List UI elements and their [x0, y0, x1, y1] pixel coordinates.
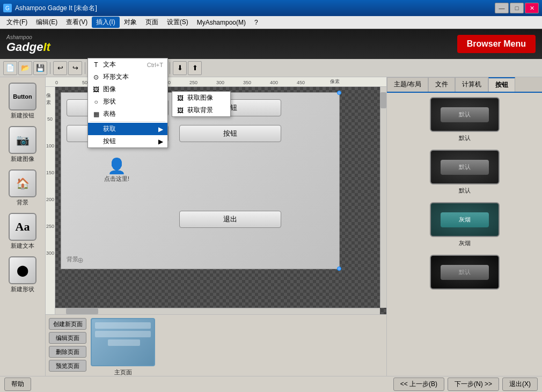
- sidebar-item-button[interactable]: Button 新建按钮: [2, 80, 43, 122]
- page-buttons: 创建新页面 编辑页面 删除页面 预览页面: [49, 318, 86, 372]
- left-sidebar: Button 新建按钮 📷 新建图像 🏠 背景 Aa 新建文本 ⬤ 新建形状: [0, 77, 46, 376]
- create-page-button[interactable]: 创建新页面: [49, 318, 86, 330]
- exit-button[interactable]: 退出(X): [502, 378, 538, 391]
- minimize-button[interactable]: —: [495, 3, 509, 13]
- toolbar-redo[interactable]: ↪: [68, 61, 82, 75]
- ruler-mark-400: 400: [270, 80, 278, 85]
- scrollbar-bottom[interactable]: [55, 308, 380, 314]
- ruler-mark-250: 250: [189, 80, 197, 85]
- sidebar-label-image: 新建图像: [11, 155, 34, 163]
- menu-file[interactable]: 文件(F): [2, 17, 32, 28]
- table-menu-icon: ▦: [92, 110, 100, 118]
- click-here-area[interactable]: 👤 点击这里!: [104, 157, 129, 183]
- separator-1: [50, 62, 50, 74]
- menu-page[interactable]: 页面: [141, 17, 163, 28]
- toolbar-undo[interactable]: ↩: [53, 61, 67, 75]
- resize-handle-br[interactable]: [337, 267, 341, 271]
- menu-insert-shape[interactable]: ○ 形状: [88, 95, 167, 108]
- tab-file[interactable]: 文件: [428, 77, 455, 92]
- menu-help-q[interactable]: ?: [250, 18, 262, 27]
- scrollbar-right[interactable]: [380, 87, 386, 308]
- menu-insert-button[interactable]: 按钮 ▶: [88, 135, 167, 147]
- brand-bar: Ashampoo GadgeIt Browser Menu: [0, 29, 542, 59]
- browser-menu-button[interactable]: Browser Menu: [457, 35, 536, 53]
- sidebar-item-background[interactable]: 🏠 背景: [2, 167, 43, 209]
- sidebar-item-image[interactable]: 📷 新建图像: [2, 124, 43, 165]
- canvas-btn-exit-label: 退出: [223, 215, 237, 224]
- theme-preview-4[interactable]: 默认: [430, 255, 500, 290]
- menu-myashampoo[interactable]: MyAshampoo(M): [193, 18, 250, 27]
- menu-edit[interactable]: 编辑(E): [32, 17, 62, 28]
- right-tabs: 主题/布局 文件 计算机 按钮: [387, 77, 542, 93]
- toolbar-open[interactable]: 📂: [18, 61, 32, 75]
- canvas-btn-4-label: 按钮: [223, 129, 237, 138]
- help-button[interactable]: 帮助: [4, 378, 31, 391]
- ruler-mark-450: 450: [297, 80, 305, 85]
- ruler-v-250: 250: [46, 224, 54, 229]
- page-thumbnail-label: 主页面: [114, 368, 132, 376]
- text-icon: Aa: [9, 213, 36, 241]
- submenu-fetch-image-label: 获取图像: [187, 93, 213, 102]
- toolbar-import[interactable]: ⬇: [173, 61, 187, 75]
- menu-insert-table-label: 表格: [103, 109, 116, 119]
- scrollbar-thumb-h[interactable]: [66, 308, 98, 314]
- preview-page-button[interactable]: 预览页面: [49, 360, 86, 372]
- menu-insert-image[interactable]: 🖼 图像: [88, 83, 167, 95]
- tab-button[interactable]: 按钮: [488, 77, 515, 92]
- menu-insert-fetch[interactable]: 获取 ▶: [88, 123, 167, 135]
- close-button[interactable]: ✕: [525, 3, 539, 13]
- menu-insert-circle-text[interactable]: ⊙ 环形文本: [88, 71, 167, 83]
- sidebar-label-text: 新建文本: [11, 242, 34, 250]
- theme-label-1: 默认: [459, 134, 471, 142]
- right-panel: 主题/布局 文件 计算机 按钮 默认 默认 默认 默认: [386, 77, 542, 376]
- submenu-fetch-bg[interactable]: 🖼 获取背景: [172, 104, 230, 116]
- menu-insert-text-label: 文本: [103, 60, 116, 69]
- edit-page-button[interactable]: 编辑页面: [49, 332, 86, 344]
- menu-insert-circle-text-label: 环形文本: [103, 72, 129, 82]
- menu-insert-fetch-label: 获取: [103, 124, 116, 134]
- scrollbar-thumb-v[interactable]: [380, 92, 386, 108]
- user-icon: 👤: [107, 157, 126, 175]
- menubar: 文件(F) 编辑(E) 查看(V) 插入(I) 对象 页面 设置(S) MyAs…: [0, 16, 542, 29]
- sidebar-label-button: 新建按钮: [11, 112, 34, 120]
- delete-page-button[interactable]: 删除页面: [49, 346, 86, 358]
- menu-insert-text[interactable]: T 文本 Ctrl+T: [88, 58, 167, 71]
- prev-button[interactable]: << 上一步(B): [393, 378, 444, 391]
- menu-settings[interactable]: 设置(S): [163, 17, 193, 28]
- bg-label: 背景: [67, 255, 78, 263]
- background-icon: 🏠: [9, 169, 36, 197]
- theme-preview-1[interactable]: 默认: [430, 97, 500, 132]
- menu-view[interactable]: 查看(V): [62, 17, 92, 28]
- menu-insert[interactable]: 插入(I): [92, 17, 119, 28]
- toolbar-save[interactable]: 💾: [33, 61, 47, 75]
- fetch-bg-icon: 🖼: [177, 107, 184, 114]
- theme-inner-btn-2: 默认: [441, 160, 489, 175]
- right-content: 默认 默认 默认 默认 灰烟 灰烟 默认: [387, 93, 542, 376]
- toolbar-export[interactable]: ⬆: [188, 61, 202, 75]
- tab-computer[interactable]: 计算机: [455, 77, 488, 92]
- brand-gadgeit: GadgeIt: [6, 40, 50, 54]
- sidebar-item-text[interactable]: Aa 新建文本: [2, 211, 43, 252]
- theme-inner-btn-3: 灰烟: [441, 212, 489, 227]
- page-thumbnail-home[interactable]: [91, 318, 155, 366]
- sidebar-item-shape[interactable]: ⬤ 新建形状: [2, 254, 43, 295]
- canvas-btn-4[interactable]: 按钮: [179, 125, 281, 142]
- toolbar-new[interactable]: 📄: [3, 61, 17, 75]
- ruler-mark-pixel: 像素: [330, 78, 340, 85]
- image-icon: 📷: [9, 126, 36, 154]
- theme-preview-3[interactable]: 灰烟: [430, 202, 500, 237]
- next-button[interactable]: 下一步(N) >>: [448, 378, 499, 391]
- theme-inner-btn-1: 默认: [441, 107, 489, 122]
- canvas-btn-exit[interactable]: 退出: [179, 211, 281, 228]
- bg-handle-icon[interactable]: ⊕: [77, 256, 84, 264]
- separator-4: [170, 62, 170, 74]
- maximize-button[interactable]: □: [510, 3, 524, 13]
- menu-insert-table[interactable]: ▦ 表格: [88, 108, 167, 120]
- ruler-v-300: 300: [46, 250, 54, 256]
- resize-handle-tr[interactable]: [337, 91, 341, 95]
- theme-card-3: 灰烟 灰烟: [391, 202, 538, 247]
- theme-preview-2[interactable]: 默认: [430, 150, 500, 184]
- submenu-fetch-image[interactable]: 🖼 获取图像: [172, 92, 230, 104]
- tab-theme[interactable]: 主题/布局: [387, 77, 428, 92]
- menu-object[interactable]: 对象: [120, 17, 141, 28]
